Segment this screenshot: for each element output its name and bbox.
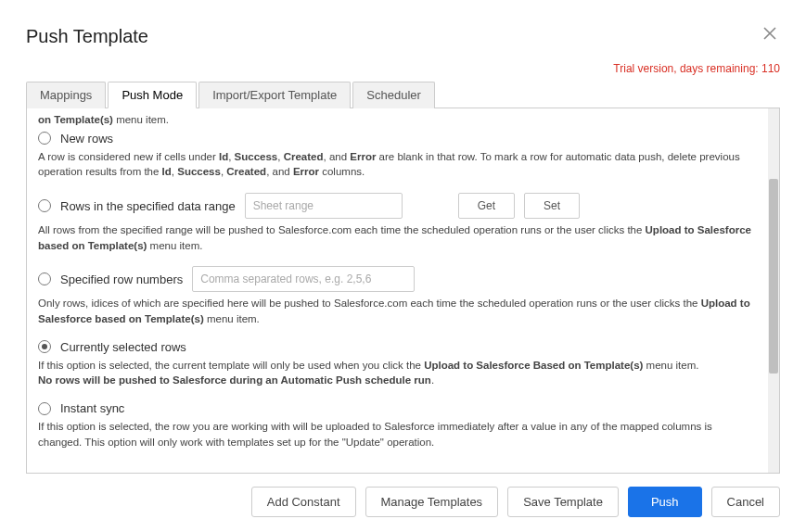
push-button[interactable]: Push — [628, 487, 702, 517]
dialog-title: Push Template — [26, 26, 148, 47]
add-constant-button[interactable]: Add Constant — [251, 487, 356, 517]
cancel-button[interactable]: Cancel — [711, 487, 780, 517]
footer-buttons: Add Constant Manage Templates Save Templ… — [26, 474, 780, 517]
save-template-button[interactable]: Save Template — [507, 487, 619, 517]
radio-currently-selected[interactable] — [38, 340, 51, 353]
push-template-dialog: Push Template Trial version, days remain… — [0, 0, 806, 532]
desc-new-rows: A row is considered new if cells under I… — [38, 149, 757, 180]
scrollbar-thumb[interactable] — [769, 179, 778, 374]
get-button[interactable]: Get — [458, 193, 515, 219]
tab-push-mode[interactable]: Push Mode — [108, 82, 197, 108]
tab-mappings[interactable]: Mappings — [26, 82, 106, 108]
sheet-range-input[interactable]: Sheet range — [245, 193, 403, 219]
tab-scheduler[interactable]: Scheduler — [352, 82, 435, 108]
option-currently-selected: Currently selected rows If this option i… — [38, 340, 757, 388]
radio-row-numbers[interactable] — [38, 272, 51, 285]
option-new-rows: New rows A row is considered new if cell… — [38, 132, 757, 180]
label-currently-selected: Currently selected rows — [60, 340, 186, 354]
label-rows-range: Rows in the specified data range — [60, 199, 236, 213]
option-rows-range: Rows in the specified data range Sheet r… — [38, 193, 757, 253]
label-new-rows: New rows — [60, 132, 113, 146]
option-instant-sync: Instant sync If this option is selected,… — [38, 401, 757, 450]
set-button[interactable]: Set — [524, 193, 580, 219]
manage-templates-button[interactable]: Manage Templates — [365, 487, 499, 517]
content-wrap: on Template(s) menu item. New rows A row… — [26, 108, 780, 474]
tab-import-export[interactable]: Import/Export Template — [198, 82, 351, 108]
scrollbar[interactable] — [768, 108, 779, 473]
title-row: Push Template — [26, 22, 780, 55]
trial-notice: Trial version, days remaining: 110 — [26, 62, 780, 75]
desc-row-numbers: Only rows, idices of which are specified… — [38, 296, 757, 326]
close-icon[interactable] — [760, 22, 780, 46]
desc-currently-selected: If this option is selected, the current … — [38, 358, 757, 388]
tab-content: on Template(s) menu item. New rows A row… — [27, 108, 768, 473]
option-row-numbers: Specified row numbers Comma separated ro… — [38, 266, 757, 326]
desc-rows-range: All rows from the specified range will b… — [38, 222, 757, 253]
tab-bar: Mappings Push Mode Import/Export Templat… — [26, 81, 780, 108]
radio-new-rows[interactable] — [38, 132, 51, 145]
label-instant-sync: Instant sync — [60, 401, 124, 415]
radio-instant-sync[interactable] — [38, 402, 51, 415]
label-row-numbers: Specified row numbers — [60, 272, 183, 286]
cutoff-fragment: on Template(s) menu item. — [38, 112, 757, 128]
row-numbers-input[interactable]: Comma separated rows, e.g. 2,5,6 — [192, 266, 415, 292]
radio-rows-range[interactable] — [38, 199, 51, 212]
desc-instant-sync: If this option is selected, the row you … — [38, 419, 757, 450]
